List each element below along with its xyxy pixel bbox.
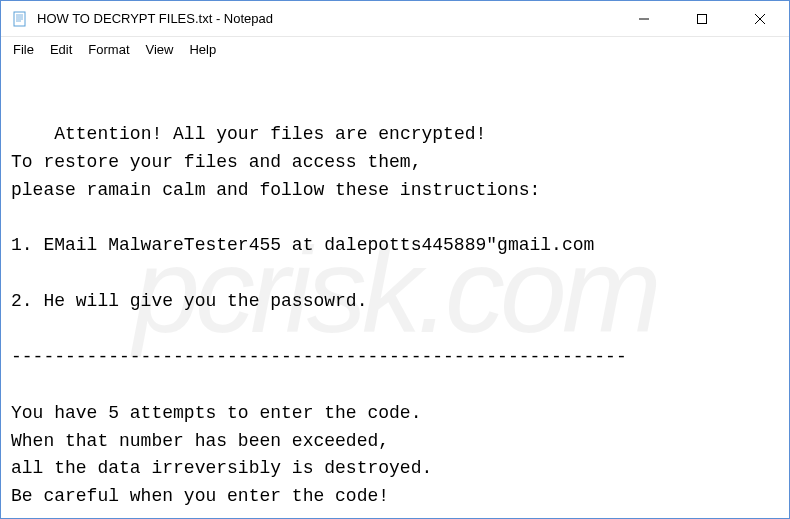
menu-format[interactable]: Format <box>80 40 137 59</box>
menu-edit[interactable]: Edit <box>42 40 80 59</box>
menu-view[interactable]: View <box>138 40 182 59</box>
svg-rect-6 <box>698 14 707 23</box>
menu-help[interactable]: Help <box>181 40 224 59</box>
titlebar[interactable]: HOW TO DECRYPT FILES.txt - Notepad <box>1 1 789 37</box>
maximize-button[interactable] <box>673 1 731 36</box>
text-area[interactable]: pcrisk.com Attention! All your files are… <box>1 61 789 518</box>
document-text: Attention! All your files are encrypted!… <box>11 124 627 518</box>
notepad-icon <box>11 10 29 28</box>
window-controls <box>615 1 789 36</box>
menubar: File Edit Format View Help <box>1 37 789 61</box>
close-button[interactable] <box>731 1 789 36</box>
notepad-window: HOW TO DECRYPT FILES.txt - Notepad File … <box>0 0 790 519</box>
menu-file[interactable]: File <box>5 40 42 59</box>
minimize-button[interactable] <box>615 1 673 36</box>
window-title: HOW TO DECRYPT FILES.txt - Notepad <box>37 11 615 26</box>
